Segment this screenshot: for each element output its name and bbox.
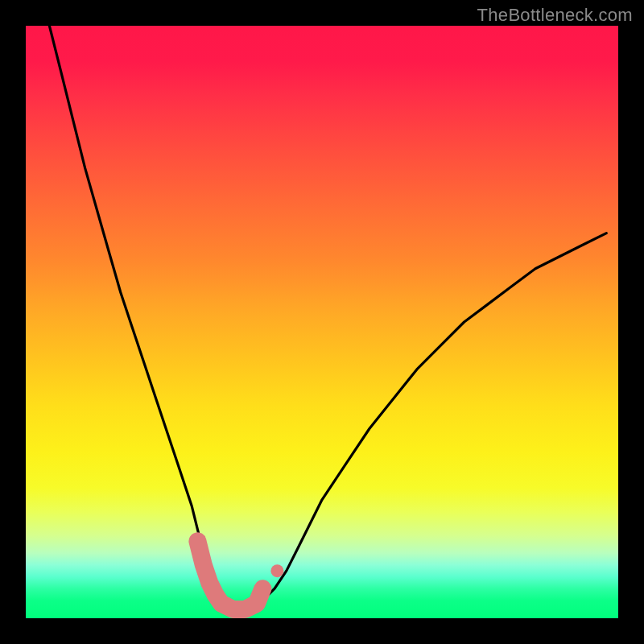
tolerance-band-stroke <box>197 541 262 609</box>
watermark-label: TheBottleneck.com <box>477 5 633 26</box>
chart-frame: TheBottleneck.com <box>0 0 644 644</box>
tolerance-end-dot <box>270 564 283 577</box>
tolerance-band <box>197 541 283 609</box>
curve-overlay <box>26 26 618 618</box>
bottleneck-curve <box>49 26 606 613</box>
plot-area <box>26 26 618 618</box>
